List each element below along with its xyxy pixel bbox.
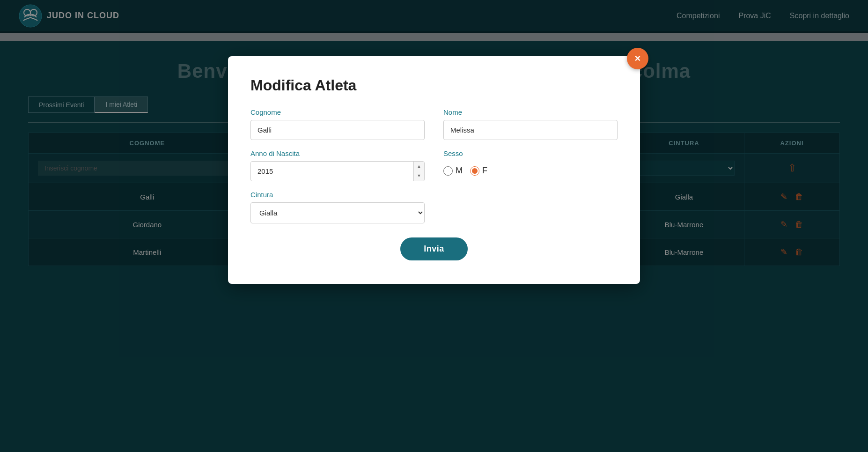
- radio-f: F: [470, 166, 487, 176]
- nome-input[interactable]: [443, 120, 618, 140]
- nome-group: Nome: [443, 108, 618, 140]
- anno-spinner-wrapper: ▲ ▼: [250, 161, 425, 181]
- modal-close-button[interactable]: ×: [627, 48, 648, 69]
- anno-label: Anno di Nascita: [250, 149, 425, 157]
- cintura-select[interactable]: Bianca Gialla Arancione Verde Blu Marron…: [250, 202, 425, 223]
- spinner-arrows: ▲ ▼: [413, 162, 424, 181]
- radio-f-input[interactable]: [470, 166, 479, 176]
- anno-group: Anno di Nascita ▲ ▼: [250, 149, 425, 181]
- modal: × Modifica Atleta Cognome Nome Anno di N…: [228, 56, 640, 284]
- sesso-options: M F: [443, 161, 618, 176]
- radio-f-label: F: [482, 166, 487, 176]
- cognome-input[interactable]: [250, 120, 425, 140]
- spinner-down[interactable]: ▼: [414, 171, 424, 180]
- cintura-label: Cintura: [250, 191, 425, 199]
- nome-label: Nome: [443, 108, 618, 116]
- cognome-group: Cognome: [250, 108, 425, 140]
- anno-input[interactable]: [251, 162, 413, 181]
- sesso-label: Sesso: [443, 149, 618, 157]
- radio-m-label: M: [456, 166, 463, 176]
- modal-title: Modifica Atleta: [250, 77, 618, 94]
- cognome-label: Cognome: [250, 108, 425, 116]
- cintura-group: Cintura Bianca Gialla Arancione Verde Bl…: [250, 191, 425, 223]
- spinner-up[interactable]: ▲: [414, 162, 424, 171]
- modal-overlay: × Modifica Atleta Cognome Nome Anno di N…: [0, 0, 868, 452]
- radio-m-input[interactable]: [443, 166, 453, 176]
- submit-row: Invia: [250, 237, 618, 260]
- submit-button[interactable]: Invia: [400, 237, 468, 260]
- sesso-group: Sesso M F: [443, 149, 618, 181]
- modal-form: Cognome Nome Anno di Nascita ▲ ▼: [250, 108, 618, 260]
- radio-m: M: [443, 166, 463, 176]
